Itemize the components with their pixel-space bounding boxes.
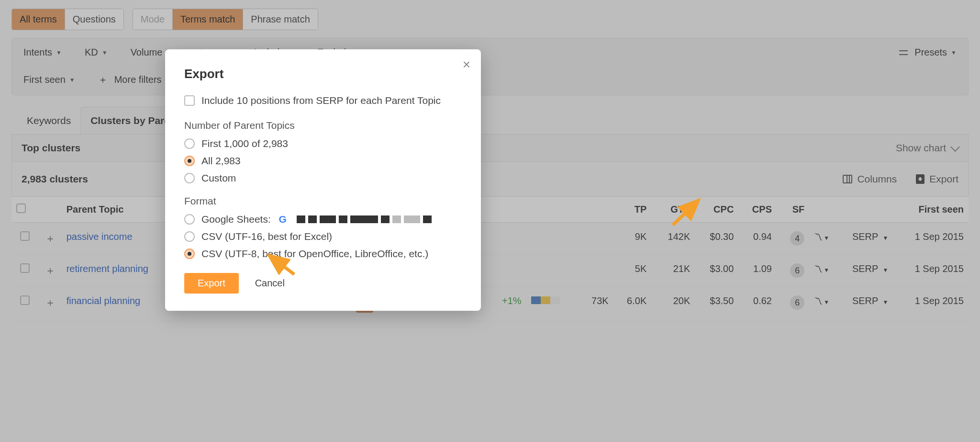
fmt-csv-utf16: CSV (UTF-16, best for Excel) xyxy=(184,231,462,242)
radio-icon[interactable] xyxy=(184,156,195,166)
radio-icon[interactable] xyxy=(184,138,195,149)
format-label: Format xyxy=(184,195,462,207)
checkbox-icon[interactable] xyxy=(184,95,195,106)
opt-first-1000: First 1,000 of 2,983 xyxy=(184,138,462,149)
close-icon[interactable]: × xyxy=(463,58,470,71)
redacted-account xyxy=(297,215,432,223)
radio-icon[interactable] xyxy=(184,173,195,183)
google-logo-icon: G xyxy=(278,214,288,225)
num-topics-label: Number of Parent Topics xyxy=(184,120,462,131)
radio-icon[interactable] xyxy=(184,249,195,259)
export-modal: × Export Include 10 positions from SERP … xyxy=(165,49,481,311)
fmt-csv-utf8: CSV (UTF-8, best for OpenOffice, LibreOf… xyxy=(184,248,462,260)
export-confirm-button[interactable]: Export xyxy=(184,273,239,294)
radio-icon[interactable] xyxy=(184,231,195,242)
opt-custom: Custom xyxy=(184,172,462,184)
include-serp-label: Include 10 positions from SERP for each … xyxy=(201,95,441,106)
fmt-google-sheets: Google Sheets: G xyxy=(184,214,462,225)
include-serp-row: Include 10 positions from SERP for each … xyxy=(184,95,462,106)
radio-icon[interactable] xyxy=(184,214,195,225)
modal-title: Export xyxy=(184,67,462,81)
cancel-button[interactable]: Cancel xyxy=(255,278,285,289)
modal-backdrop[interactable] xyxy=(0,0,980,442)
opt-all: All 2,983 xyxy=(184,155,462,167)
